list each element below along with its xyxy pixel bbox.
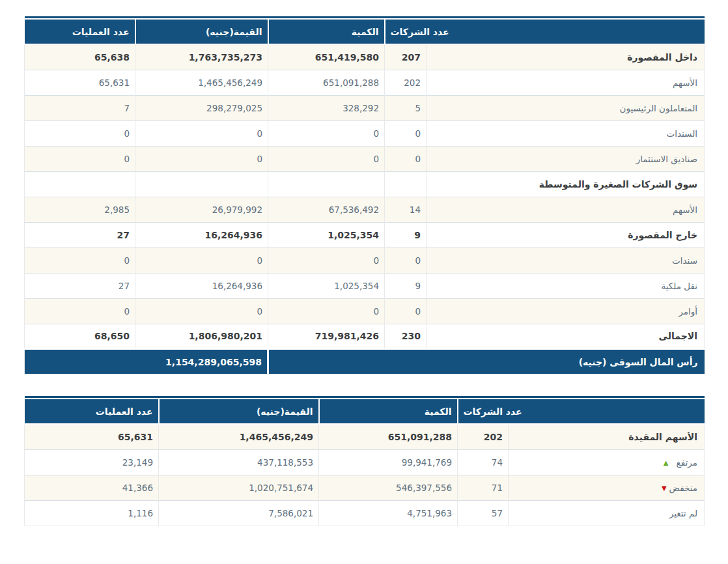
header-trades: عدد العمليات — [25, 20, 135, 44]
row-label: مرتفع — [677, 457, 697, 468]
header-quantity: الكمية — [268, 20, 385, 44]
companies-cell — [385, 171, 427, 197]
quantity-cell: 328,292 — [268, 95, 385, 120]
listed-stocks-table: عدد الشركات الكمية القيمة(جنيه) عدد العم… — [24, 399, 705, 526]
quantity-cell: 651,091,288 — [319, 424, 458, 449]
table-row: سندات 0 0 0 0 — [25, 247, 705, 273]
quantity-cell: 99,941,769 — [319, 449, 458, 475]
table-section-row: سوق الشركات الصغيرة والمتوسطة — [25, 171, 705, 197]
trades-cell: 0 — [25, 120, 135, 146]
down-triangle-icon: ▼ — [662, 485, 667, 492]
quantity-cell — [268, 171, 385, 197]
companies-cell: 202 — [458, 424, 509, 449]
row-label-cell: المتعاملون الرئيسيون — [427, 95, 705, 120]
row-label-cell: داخل المقصورة — [427, 44, 705, 70]
quantity-cell: 651,091,288 — [268, 70, 385, 95]
row-label-cell: أوامر — [427, 298, 705, 324]
market-report-page: عدد الشركات الكمية القيمة(جنيه) عدد العم… — [0, 0, 728, 546]
trades-cell — [25, 171, 135, 197]
value-cell: 0 — [135, 247, 268, 273]
value-cell: 0 — [135, 120, 268, 146]
row-label-cell: الأسهم المقيدة — [509, 424, 705, 449]
market-cap-value: 1,154,289,065,598 — [25, 349, 268, 374]
quantity-cell: 1,025,354 — [268, 222, 385, 247]
value-cell: 1,020,751,674 — [159, 475, 319, 500]
row-label-cell: سوق الشركات الصغيرة والمتوسطة — [427, 171, 705, 197]
table-row: الأسهم 202 651,091,288 1,465,456,249 65,… — [25, 70, 705, 95]
row-label-cell: السندات — [427, 120, 705, 146]
table-row: نقل ملكية 9 1,025,354 16,264,936 27 — [25, 273, 705, 298]
trades-cell: 1,116 — [25, 500, 159, 526]
table-row-decliners: منخفض▼ 71 546,397,556 1,020,751,674 41,3… — [25, 475, 705, 500]
trades-cell: 65,631 — [25, 70, 135, 95]
companies-cell: 57 — [458, 500, 509, 526]
value-cell: 437,118,553 — [159, 449, 319, 475]
companies-cell: 9 — [385, 222, 427, 247]
table-row: داخل المقصورة 207 651,419,580 1,763,735,… — [25, 44, 705, 70]
quantity-cell: 0 — [268, 146, 385, 171]
header-companies: عدد الشركات — [385, 20, 705, 44]
value-cell: 1,763,735,273 — [135, 44, 268, 70]
row-label-cell: نقل ملكية — [427, 273, 705, 298]
trades-cell: 23,149 — [25, 449, 159, 475]
companies-cell: 0 — [385, 120, 427, 146]
quantity-cell: 546,397,556 — [319, 475, 458, 500]
table-row: الأسهم 14 67,536,492 26,979,992 2,985 — [25, 197, 705, 222]
header-companies: عدد الشركات — [458, 399, 705, 424]
value-cell: 1,806,980,201 — [135, 324, 268, 349]
row-label-cell: مرتفع▲ — [509, 449, 705, 475]
trades-cell: 27 — [25, 273, 135, 298]
companies-cell: 74 — [458, 449, 509, 475]
trades-cell: 7 — [25, 95, 135, 120]
table-row: الأسهم المقيدة 202 651,091,288 1,465,456… — [25, 424, 705, 449]
trades-cell: 0 — [25, 298, 135, 324]
value-cell: 26,979,992 — [135, 197, 268, 222]
row-label-cell: صناديق الاستثمار — [427, 146, 705, 171]
quantity-cell: 0 — [268, 298, 385, 324]
table-row-advancers: مرتفع▲ 74 99,941,769 437,118,553 23,149 — [25, 449, 705, 475]
companies-cell: 0 — [385, 247, 427, 273]
row-label-cell: سندات — [427, 247, 705, 273]
main-market-table: عدد الشركات الكمية القيمة(جنيه) عدد العم… — [24, 20, 705, 374]
value-cell: 298,279,025 — [135, 95, 268, 120]
trades-cell: 0 — [25, 247, 135, 273]
quantity-cell: 0 — [268, 247, 385, 273]
companies-cell: 230 — [385, 324, 427, 349]
value-cell: 1,465,456,249 — [135, 70, 268, 95]
table-total-row: الاجمالى 230 719,981,426 1,806,980,201 6… — [25, 324, 705, 349]
companies-cell: 9 — [385, 273, 427, 298]
trades-cell: 68,650 — [25, 324, 135, 349]
header-trades: عدد العمليات — [25, 399, 159, 424]
table-row-unchanged: لم تتغير 57 4,751,963 7,586,021 1,116 — [25, 500, 705, 526]
market-cap-row: رأس المال السوقى (جنيه) 1,154,289,065,59… — [25, 349, 705, 374]
quantity-cell: 4,751,963 — [319, 500, 458, 526]
trades-cell: 0 — [25, 146, 135, 171]
row-label-cell: خارج المقصورة — [427, 222, 705, 247]
header-value: القيمة(جنيه) — [159, 399, 319, 424]
up-triangle-icon: ▲ — [664, 460, 669, 466]
header-value: القيمة(جنيه) — [135, 20, 268, 44]
value-cell: 7,586,021 — [159, 500, 319, 526]
value-cell: 1,465,456,249 — [159, 424, 319, 449]
value-cell: 16,264,936 — [135, 273, 268, 298]
companies-cell: 0 — [385, 298, 427, 324]
header-quantity: الكمية — [319, 399, 458, 424]
row-label-cell: الأسهم — [427, 197, 705, 222]
quantity-cell: 719,981,426 — [268, 324, 385, 349]
companies-cell: 14 — [385, 197, 427, 222]
row-label: منخفض — [669, 483, 697, 493]
market-cap-label: رأس المال السوقى (جنيه) — [268, 349, 705, 374]
listed-table-header: عدد الشركات الكمية القيمة(جنيه) عدد العم… — [25, 399, 705, 424]
main-table-header: عدد الشركات الكمية القيمة(جنيه) عدد العم… — [25, 20, 705, 44]
table-row: صناديق الاستثمار 0 0 0 0 — [25, 146, 705, 171]
companies-cell: 5 — [385, 95, 427, 120]
row-label-cell: لم تتغير — [509, 500, 705, 526]
value-cell: 0 — [135, 298, 268, 324]
row-label-cell: الأسهم — [427, 70, 705, 95]
quantity-cell: 67,536,492 — [268, 197, 385, 222]
trades-cell: 2,985 — [25, 197, 135, 222]
trades-cell: 65,631 — [25, 424, 159, 449]
companies-cell: 0 — [385, 146, 427, 171]
table-row: المتعاملون الرئيسيون 5 328,292 298,279,0… — [25, 95, 705, 120]
listed-stocks-table-wrap: عدد الشركات الكمية القيمة(جنيه) عدد العم… — [25, 396, 705, 526]
